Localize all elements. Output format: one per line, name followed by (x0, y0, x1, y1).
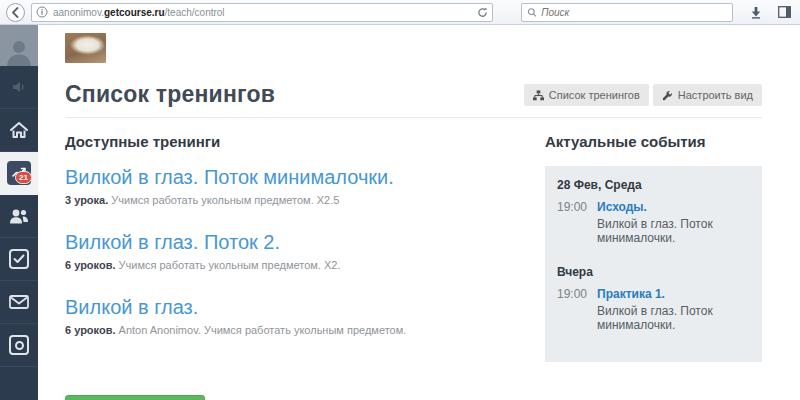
event-description: Вилкой в глаз. Поток минималочки. (597, 217, 750, 245)
sidebar-item-sound[interactable] (0, 66, 38, 109)
training-item: Вилкой в глаз. Поток 2. 6 уроков. Учимся… (65, 231, 525, 271)
settings-gear-icon (9, 335, 29, 355)
configure-view-button[interactable]: Настроить вид (653, 84, 762, 106)
search-icon (527, 7, 537, 18)
event-date: 28 Фев, Среда (557, 178, 750, 192)
check-square-icon (9, 249, 29, 269)
trainings-list-button[interactable]: Список тренингов (524, 84, 649, 106)
event-date: Вчера (557, 265, 750, 279)
training-meta: 6 уроков. Учимся работать укольным предм… (65, 259, 525, 271)
event-item: 19:00 Исходы. Вилкой в глаз. Поток миним… (557, 200, 750, 245)
app-sidebar: 21 (0, 25, 38, 400)
event-description: Вилкой в глаз. Поток минималочки. (597, 304, 750, 332)
training-meta: 3 урока. Учимся работать укольным предме… (65, 194, 525, 206)
events-column: Актуальные события 28 Фев, Среда 19:00 И… (545, 133, 762, 400)
sidebar-user-avatar[interactable] (0, 25, 38, 66)
trainings-tile: 21 (7, 161, 31, 185)
envelope-icon (9, 295, 29, 309)
trainings-column: Доступные тренинги Вилкой в глаз. Поток … (65, 133, 545, 400)
event-time: 19:00 (557, 200, 589, 245)
training-link[interactable]: Вилкой в глаз. (65, 296, 198, 319)
training-link[interactable]: Вилкой в глаз. Поток минималочки. (65, 166, 394, 189)
home-icon (9, 121, 29, 139)
account-logo-image[interactable] (65, 33, 106, 63)
training-lessons-count: 3 урока. (65, 194, 108, 206)
event-link[interactable]: Исходы. (597, 200, 647, 214)
training-description: Anton Anonimov. Учимся работать укольным… (115, 324, 406, 336)
training-meta: 6 уроков. Anton Anonimov. Учимся работат… (65, 324, 525, 336)
training-lessons-count: 6 уроков. (65, 259, 115, 271)
header-buttons: Список тренингов Настроить вид (524, 84, 762, 106)
sidebar-item-mail[interactable] (0, 281, 38, 324)
downloads-button[interactable] (745, 2, 767, 22)
notifications-badge: 21 (15, 171, 32, 184)
events-heading: Актуальные события (545, 133, 762, 150)
event-item: 19:00 Практика 1. Вилкой в глаз. Поток м… (557, 287, 750, 332)
event-time: 19:00 (557, 287, 589, 332)
url-text[interactable]: aanonimov.getcourse.ru/teach/control (53, 7, 472, 18)
event-group: Вчера 19:00 Практика 1. Вилкой в глаз. П… (557, 265, 750, 332)
sitemap-icon (533, 90, 544, 101)
reload-button[interactable] (477, 7, 488, 18)
title-divider (65, 117, 762, 118)
sidebar-item-trainings[interactable]: 21 (0, 152, 38, 195)
window-panel-icon (778, 6, 791, 18)
event-link[interactable]: Практика 1. (597, 287, 665, 301)
search-input[interactable] (541, 7, 727, 18)
main-content: Список тренингов Список тренингов (38, 25, 800, 400)
sidebar-item-users[interactable] (0, 195, 38, 238)
address-bar[interactable]: aanonimov.getcourse.ru/teach/control (31, 3, 493, 22)
wrench-icon (662, 90, 673, 101)
training-description: Учимся работать укольным предметом. X2. (115, 259, 340, 271)
sound-icon (12, 81, 26, 93)
download-icon (750, 6, 762, 19)
training-item: Вилкой в глаз. Поток минималочки. 3 урок… (65, 166, 525, 206)
sidebar-item-home[interactable] (0, 109, 38, 152)
events-panel: 28 Фев, Среда 19:00 Исходы. Вилкой в гла… (545, 166, 762, 362)
page-title: Список тренингов (65, 81, 275, 108)
training-link[interactable]: Вилкой в глаз. Поток 2. (65, 231, 280, 254)
training-item: Вилкой в глаз. 6 уроков. Anton Anonimov.… (65, 296, 525, 336)
browser-toolbar: aanonimov.getcourse.ru/teach/control (0, 0, 800, 25)
configure-view-button-label: Настроить вид (678, 89, 753, 101)
users-icon (9, 208, 29, 224)
training-description: Учимся работать укольным предметом. X2.5 (108, 194, 339, 206)
trainings-list-button-label: Список тренингов (549, 89, 640, 101)
sidebar-item-settings[interactable] (0, 324, 38, 367)
sidebar-item-tasks[interactable] (0, 238, 38, 281)
page-info-icon[interactable] (36, 6, 48, 18)
reload-icon (477, 7, 488, 18)
user-avatar-icon (4, 36, 34, 66)
browser-back-button[interactable] (6, 3, 25, 22)
back-arrow-icon (10, 7, 21, 18)
sidebars-button[interactable] (773, 2, 795, 22)
training-lessons-count: 6 уроков. (65, 324, 115, 336)
event-group: 28 Фев, Среда 19:00 Исходы. Вилкой в гла… (557, 178, 750, 245)
browser-search-box[interactable] (521, 3, 733, 22)
add-training-button[interactable]: + Добавить тренинг (65, 395, 205, 400)
trainings-heading: Доступные тренинги (65, 133, 525, 150)
